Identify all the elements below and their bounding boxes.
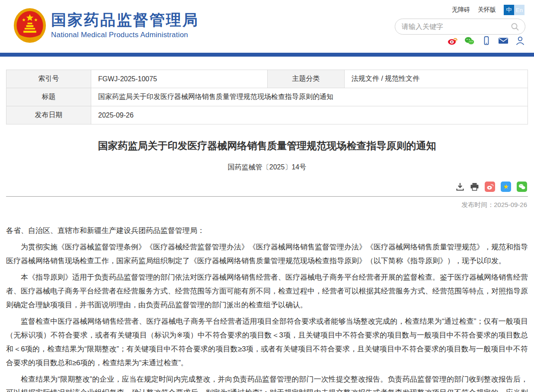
wechat-icon[interactable] (464, 36, 475, 45)
publish-time: 发布时间：2025-09-26 (7, 201, 527, 209)
body-paragraph: 为贯彻实施《医疗器械监督管理条例》《医疗器械经营监督管理办法》《医疗器械网络销售… (6, 240, 528, 268)
user-icon[interactable] (515, 36, 525, 45)
meta-date-value: 2025-09-26 (91, 106, 528, 124)
share-qzone-icon[interactable]: ★ (501, 182, 511, 192)
page-title: 国家药监局关于印发医疗器械网络销售质量管理规范现场检查指导原则的通知 (17, 139, 517, 153)
article-tools: ★ (7, 182, 527, 192)
lang-chinese-button[interactable]: 中 (504, 5, 514, 15)
site-name-english: National Medical Products Administration (51, 31, 199, 39)
download-icon[interactable] (456, 182, 464, 191)
social-links-row (448, 36, 525, 45)
article-body: 各省、自治区、直辖市和新疆生产建设兵团药品监督管理局：为贯彻实施《医疗器械监督管… (6, 224, 528, 392)
body-paragraph: 各省、自治区、直辖市和新疆生产建设兵团药品监督管理局： (6, 224, 528, 238)
document-number: 国药监械管〔2025〕14号 (0, 163, 534, 172)
site-header: 国家药品监督管理局 National Medical Products Admi… (0, 0, 534, 53)
meta-topic-value: 法规文件 / 规范性文件 (345, 70, 528, 88)
search-icon[interactable] (511, 22, 519, 31)
site-title: 国家药品监督管理局 National Medical Products Admi… (51, 12, 199, 39)
search-input[interactable] (401, 22, 511, 31)
document-meta-table: 索引号 FGWJ-2025-10075 主题分类 法规文件 / 规范性文件 标题… (6, 70, 528, 124)
print-icon[interactable] (470, 182, 479, 191)
body-paragraph: 检查结果为“限期整改”的企业，应当在规定时间内完成整改，并向负责药品监督管理的部… (6, 373, 528, 392)
share-wechat-icon[interactable] (517, 182, 527, 192)
site-search (395, 19, 525, 35)
meta-index-label: 索引号 (6, 70, 91, 88)
publish-time-label: 发布时间： (461, 201, 494, 208)
meta-date-label: 发布日期 (6, 106, 91, 124)
body-paragraph: 本《指导原则》适用于负责药品监督管理的部门依法对医疗器械网络销售经营者、医疗器械… (6, 271, 528, 312)
national-emblem-logo (13, 7, 47, 44)
mail-icon[interactable] (498, 36, 508, 45)
table-row: 发布日期 2025-09-26 (6, 106, 528, 124)
publish-time-value: 2025-09-26 (494, 201, 527, 208)
body-paragraph: 监督检查中医疗器械网络销售经营者、医疗器械电子商务平台经营者适用项目全部符合要求… (6, 315, 528, 370)
share-weibo-icon[interactable] (485, 182, 495, 192)
accessibility-link[interactable]: 无障碍 (452, 6, 470, 13)
meta-topic-label: 主题分类 (268, 70, 345, 88)
care-version-link[interactable]: 关怀版 (478, 6, 496, 13)
weibo-icon[interactable] (448, 36, 458, 45)
meta-title-label: 标题 (6, 88, 91, 106)
table-row: 标题 国家药监局关于印发医疗器械网络销售质量管理规范现场检查指导原则的通知 (6, 88, 528, 106)
lang-english-button[interactable]: En (514, 5, 524, 15)
meta-index-value: FGWJ-2025-10075 (91, 70, 268, 88)
top-utility-links: 无障碍 关怀版 (446, 6, 496, 14)
language-toggle: 中 En (504, 5, 524, 15)
mobile-icon[interactable] (481, 36, 492, 45)
article-divider (6, 196, 528, 197)
header-divider-bar (0, 53, 534, 57)
site-name-chinese: 国家药品监督管理局 (51, 12, 199, 29)
meta-title-value: 国家药监局关于印发医疗器械网络销售质量管理规范现场检查指导原则的通知 (91, 88, 528, 106)
table-row: 索引号 FGWJ-2025-10075 主题分类 法规文件 / 规范性文件 (6, 70, 528, 88)
